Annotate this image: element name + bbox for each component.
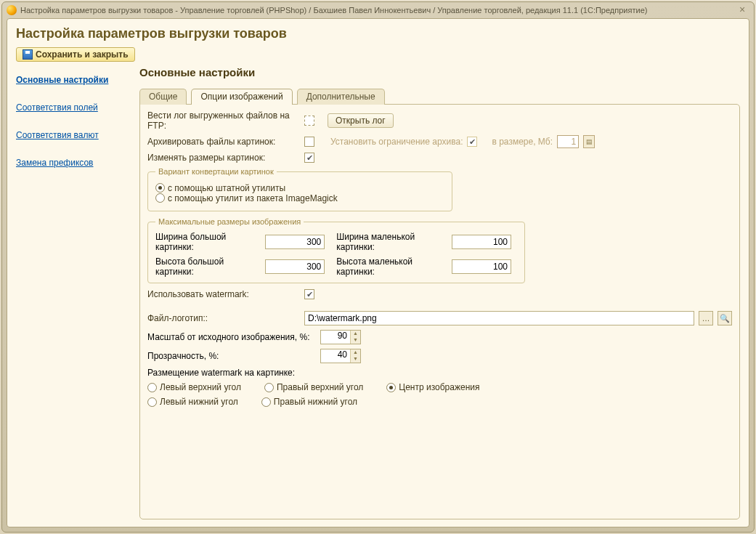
convert-fieldset: Вариант конвертации картинок с помощью ш… bbox=[147, 167, 452, 211]
width-small-input[interactable] bbox=[452, 235, 511, 249]
open-log-button[interactable]: Открыть лог bbox=[328, 113, 394, 128]
width-big-label: Ширина большой картинки: bbox=[155, 232, 259, 252]
archive-size-label: в размере, Мб: bbox=[492, 137, 553, 147]
tabs: Общие Опции изображений Дополнительные bbox=[139, 89, 740, 105]
close-icon[interactable]: × bbox=[735, 4, 749, 16]
placement-top-right-radio[interactable]: Правый верхний угол bbox=[264, 382, 363, 392]
window-title: Настройка параметров выгрузки товаров - … bbox=[20, 6, 647, 15]
opacity-spinner[interactable]: 40 ▲▼ bbox=[320, 349, 361, 363]
opacity-label: Прозрачность, %: bbox=[147, 351, 316, 361]
ftp-log-checkbox[interactable] bbox=[304, 116, 314, 126]
archive-size-input[interactable] bbox=[557, 135, 579, 148]
tab-images[interactable]: Опции изображений bbox=[191, 89, 292, 105]
tab-general[interactable]: Общие bbox=[139, 89, 187, 105]
height-big-input[interactable] bbox=[265, 259, 325, 274]
placement-label: Размещение watermark на картинке: bbox=[147, 368, 295, 378]
height-small-label: Высота маленькой картинки: bbox=[336, 256, 446, 277]
logo-browse-button[interactable]: … bbox=[699, 311, 713, 325]
page-title: Настройка параметров выгрузки товаров bbox=[16, 26, 740, 41]
convert-legend: Вариант конвертации картинок bbox=[155, 167, 277, 176]
watermark-label: Использовать watermark: bbox=[147, 289, 300, 299]
save-close-button[interactable]: Сохранить и закрыть bbox=[16, 47, 135, 62]
convert-native-radio[interactable]: с помощью штатной утилиты bbox=[155, 183, 285, 193]
width-small-label: Ширина маленькой картинки: bbox=[336, 232, 446, 252]
maxsize-legend: Максимальные размеры изображения bbox=[155, 217, 304, 226]
sidebar-item-currency[interactable]: Соответствия валют bbox=[16, 130, 139, 140]
sidebar-item-fields[interactable]: Соответствия полей bbox=[16, 102, 139, 113]
convert-imagick-radio[interactable]: с помощью утилит из пакета ImageMagick bbox=[155, 193, 338, 203]
scale-label: Масштаб от исходного изображения, %: bbox=[147, 332, 316, 342]
section-title: Основные настройки bbox=[139, 66, 740, 78]
ftp-log-label: Вести лог выгруженных файлов на FTP: bbox=[147, 110, 300, 131]
sidebar: Основные настройки Соответствия полей Со… bbox=[16, 66, 139, 519]
resize-label: Изменять размеры картинок: bbox=[147, 153, 300, 163]
logo-search-button[interactable]: 🔍 bbox=[718, 311, 732, 325]
titlebar: Настройка параметров выгрузки товаров - … bbox=[2, 2, 754, 18]
chevron-down-icon[interactable]: ▼ bbox=[351, 337, 360, 344]
resize-checkbox[interactable] bbox=[304, 153, 314, 163]
chevron-up-icon[interactable]: ▲ bbox=[351, 331, 360, 337]
chevron-down-icon[interactable]: ▼ bbox=[351, 356, 360, 363]
placement-bottom-right-radio[interactable]: Правый нижний угол bbox=[261, 397, 357, 407]
watermark-checkbox[interactable] bbox=[304, 289, 314, 299]
save-icon bbox=[23, 49, 33, 60]
placement-center-radio[interactable]: Центр изображения bbox=[386, 382, 479, 392]
archive-limit-label: Установить ограничение архива: bbox=[330, 137, 463, 147]
chevron-up-icon[interactable]: ▲ bbox=[351, 349, 360, 356]
archive-limit-checkbox[interactable] bbox=[467, 137, 477, 147]
logo-path-input[interactable] bbox=[304, 311, 694, 325]
app-icon bbox=[7, 5, 17, 15]
height-small-input[interactable] bbox=[452, 259, 511, 274]
sidebar-item-prefix[interactable]: Замена префиксов bbox=[16, 158, 139, 168]
tabpane-images: Вести лог выгруженных файлов на FTP: Отк… bbox=[139, 104, 740, 519]
tab-extra[interactable]: Дополнительные bbox=[297, 89, 385, 105]
calc-icon[interactable]: ▤ bbox=[583, 135, 595, 148]
height-big-label: Высота большой картинки: bbox=[155, 256, 259, 277]
placement-top-left-radio[interactable]: Левый верхний угол bbox=[147, 382, 241, 392]
maxsize-fieldset: Максимальные размеры изображения Ширина … bbox=[147, 217, 525, 283]
width-big-input[interactable] bbox=[265, 235, 325, 249]
sidebar-item-main[interactable]: Основные настройки bbox=[16, 75, 139, 85]
logo-label: Файл-логотип:: bbox=[147, 313, 300, 323]
scale-spinner[interactable]: 90 ▲▼ bbox=[320, 330, 361, 344]
archive-checkbox[interactable] bbox=[304, 137, 314, 147]
placement-bottom-left-radio[interactable]: Левый нижний угол bbox=[147, 397, 238, 407]
archive-label: Архивировать файлы картинок: bbox=[147, 137, 300, 147]
